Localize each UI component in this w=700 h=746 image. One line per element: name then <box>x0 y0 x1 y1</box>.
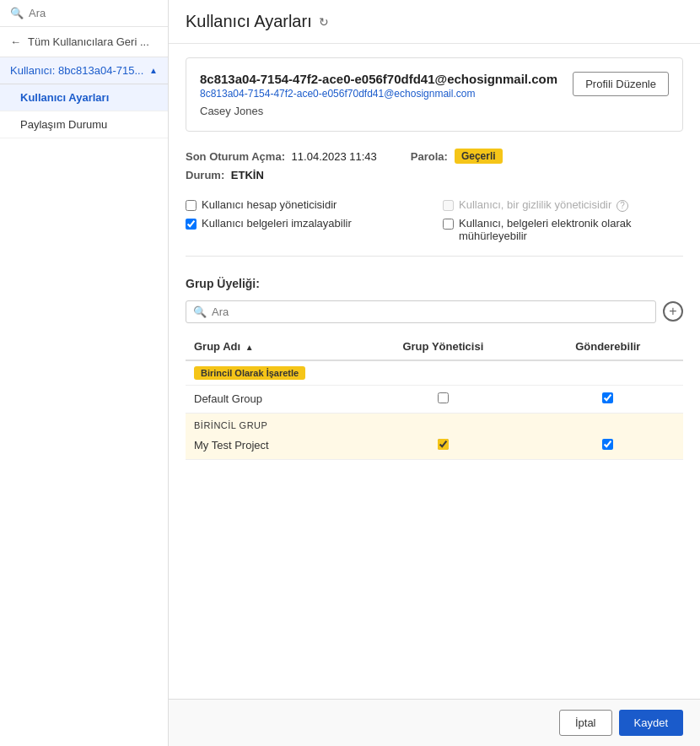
can-sign-checkbox[interactable] <box>186 219 197 230</box>
status-row: Durum: ETKİN <box>186 169 683 181</box>
cancel-button[interactable]: İptal <box>559 710 612 736</box>
back-arrow-icon: ← <box>10 35 21 48</box>
table-row-primary-badge: Birincil Olarak İşaretle <box>186 360 683 386</box>
status-value: ETKİN <box>231 169 264 181</box>
primary-sub-label: BİRİNCİL GRUP <box>186 413 683 432</box>
password-label: Parola: <box>411 150 448 163</box>
nav-item-label: Paylaşım Durumu <box>20 118 107 131</box>
sidebar-back-label: Tüm Kullanıcılara Geri ... <box>28 35 149 48</box>
default-group-manager-checkbox[interactable] <box>438 392 449 403</box>
main-body: 8c813a04-7154-47f2-ace0-e056f70dfd41@ech… <box>169 44 700 699</box>
can-stamp-label: Kullanıcı, belgeleri elektronik olarak m… <box>459 217 683 242</box>
search-icon-group: 🔍 <box>193 305 207 318</box>
chevron-up-icon: ▲ <box>149 66 158 75</box>
can-sign-checkbox-row: Kullanıcı belgeleri imzalayabilir <box>186 217 426 242</box>
user-card: 8c813a04-7154-47f2-ace0-e056f70dfd41@ech… <box>186 57 683 132</box>
account-admin-label: Kullanıcı hesap yöneticisidir <box>202 198 337 211</box>
main-header: Kullanıcı Ayarları ↻ <box>169 0 700 44</box>
group-search-wrapper: 🔍 + <box>186 300 683 323</box>
sidebar-search-input[interactable] <box>29 7 158 19</box>
add-group-button[interactable]: + <box>663 301 683 322</box>
privacy-admin-checkbox[interactable] <box>443 200 454 211</box>
password-status-badge: Geçerli <box>455 149 503 164</box>
main-footer: İptal Kaydet <box>169 699 700 746</box>
sidebar-item-paylasim-durumu[interactable]: Paylaşım Durumu <box>0 111 168 138</box>
col-can-send: Gönderebilir <box>533 333 683 360</box>
my-test-project-cansend-checkbox[interactable] <box>602 439 613 450</box>
sort-arrow-icon: ▲ <box>245 343 254 352</box>
default-group-manager-cell <box>353 385 532 413</box>
sidebar-user-label: Kullanıcı: 8bc813a04-715... <box>10 64 143 77</box>
main-content: Kullanıcı Ayarları ↻ 8c813a04-7154-47f2-… <box>169 0 700 746</box>
my-test-project-cansend-cell <box>533 432 683 460</box>
table-row-primary-sublabel: BİRİNCİL GRUP <box>186 413 683 432</box>
nav-item-label: Kullanıcı Ayarları <box>20 91 109 104</box>
group-search-bar: 🔍 <box>186 300 656 323</box>
can-stamp-checkbox[interactable] <box>443 219 454 230</box>
group-membership-section: Grup Üyeliği: 🔍 + Grup Adı ▲ Grup Yöneti… <box>186 277 683 460</box>
my-test-project-name: My Test Project <box>186 432 353 460</box>
table-header-row: Grup Adı ▲ Grup Yöneticisi Gönderebilir <box>186 333 683 360</box>
sidebar: 🔍 ← Tüm Kullanıcılara Geri ... Kullanıcı… <box>0 0 169 746</box>
sidebar-item-kullanici-ayarlari[interactable]: Kullanıcı Ayarları <box>0 84 168 111</box>
default-group-cansend-cell <box>533 385 683 413</box>
privacy-admin-checkbox-row: Kullanıcı, bir gizlilik yöneticisidir ? <box>443 198 683 212</box>
default-group-name: Default Group <box>186 385 353 413</box>
info-row-login-password: Son Oturum Açma: 11.04.2023 11:43 Parola… <box>186 149 683 164</box>
last-login-label: Son Oturum Açma: <box>186 150 285 163</box>
account-admin-checkbox[interactable] <box>186 200 197 211</box>
account-admin-checkbox-row: Kullanıcı hesap yöneticisidir <box>186 198 426 212</box>
checkboxes-section: Kullanıcı hesap yöneticisidir Kullanıcı,… <box>186 198 683 257</box>
table-row-my-test-project: My Test Project <box>186 432 683 460</box>
save-button[interactable]: Kaydet <box>619 710 683 736</box>
group-section-title: Grup Üyeliği: <box>186 277 683 290</box>
can-stamp-checkbox-row: Kullanıcı, belgeleri elektronik olarak m… <box>443 217 683 242</box>
user-display-name: Casey Jones <box>200 105 557 117</box>
refresh-icon[interactable]: ↻ <box>319 15 329 29</box>
col-group-manager: Grup Yöneticisi <box>353 333 532 360</box>
user-email-link[interactable]: 8c813a04-7154-47f2-ace0-e056f70dfd41@ech… <box>200 88 557 100</box>
privacy-admin-label: Kullanıcı, bir gizlilik yöneticisidir ? <box>459 198 628 212</box>
last-login-info: Son Oturum Açma: 11.04.2023 11:43 <box>186 150 377 163</box>
group-table: Grup Adı ▲ Grup Yöneticisi Gönderebilir … <box>186 333 683 460</box>
my-test-project-manager-cell <box>353 432 532 460</box>
page-title: Kullanıcı Ayarları <box>186 12 312 31</box>
last-login-value: 11.04.2023 11:43 <box>292 150 377 163</box>
search-icon: 🔍 <box>10 7 24 19</box>
user-id-email: 8c813a04-7154-47f2-ace0-e056f70dfd41@ech… <box>200 72 557 86</box>
my-test-project-manager-checkbox[interactable] <box>438 439 449 450</box>
sidebar-search[interactable]: 🔍 <box>0 0 168 27</box>
edit-profile-button[interactable]: Profili Düzenle <box>573 72 669 96</box>
group-search-input[interactable] <box>212 305 649 318</box>
col-group-name[interactable]: Grup Adı ▲ <box>186 333 353 360</box>
default-group-cansend-checkbox[interactable] <box>602 392 613 403</box>
primary-badge[interactable]: Birincil Olarak İşaretle <box>194 366 305 380</box>
sidebar-back-button[interactable]: ← Tüm Kullanıcılara Geri ... <box>0 27 168 57</box>
password-info: Parola: Geçerli <box>411 149 503 164</box>
help-icon[interactable]: ? <box>617 200 628 212</box>
user-card-info: 8c813a04-7154-47f2-ace0-e056f70dfd41@ech… <box>200 72 557 117</box>
status-label: Durum: <box>186 169 224 181</box>
table-row-default-group: Default Group <box>186 385 683 413</box>
sidebar-user-header[interactable]: Kullanıcı: 8bc813a04-715... ▲ <box>0 57 168 84</box>
can-sign-label: Kullanıcı belgeleri imzalayabilir <box>202 217 352 230</box>
